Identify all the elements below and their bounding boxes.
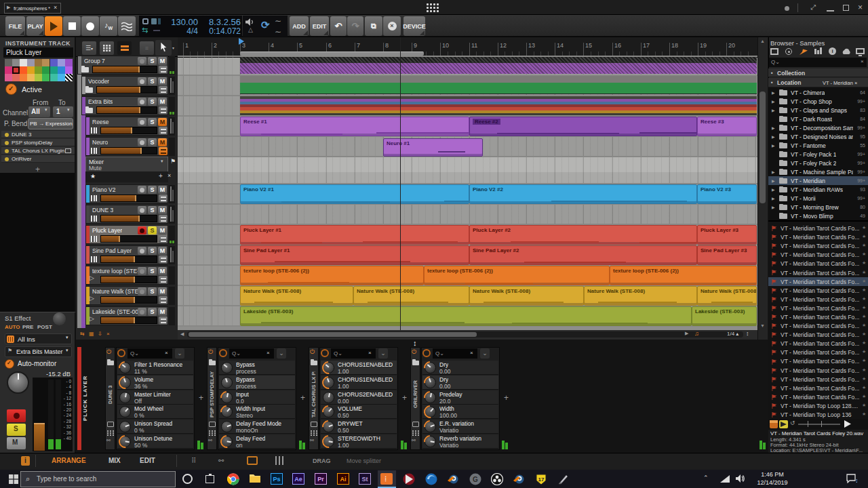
svg-text:G: G	[473, 476, 478, 483]
svg-text:17: 17	[538, 476, 545, 483]
svg-text:1: 1	[856, 479, 857, 483]
